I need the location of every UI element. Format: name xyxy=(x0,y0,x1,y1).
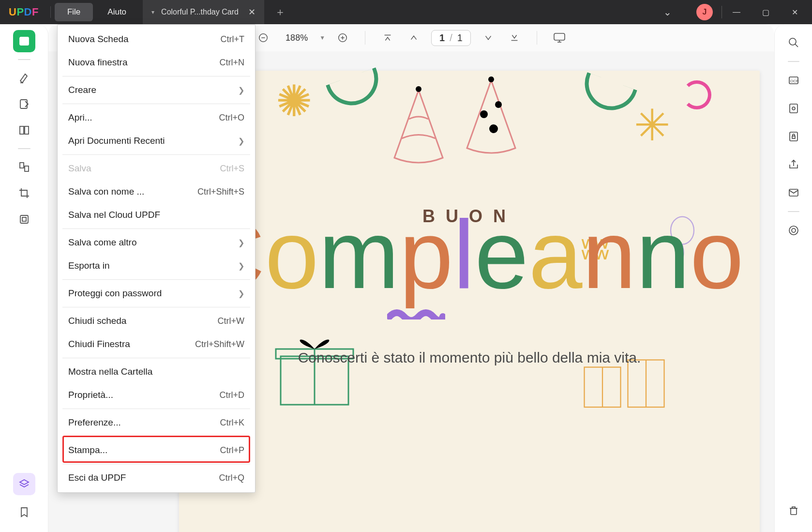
svg-point-35 xyxy=(488,76,494,82)
chevron-right-icon: ❯ xyxy=(238,86,244,95)
menu-item-shortcut: Ctrl+O xyxy=(219,113,244,123)
menu-file[interactable]: File xyxy=(55,3,93,21)
minimize-button[interactable]: — xyxy=(722,0,751,24)
menu-item-shortcut: Ctrl+N xyxy=(219,58,244,68)
search-icon[interactable] xyxy=(784,33,803,52)
tool-pages[interactable] xyxy=(13,119,35,141)
menu-item-shortcut: Ctrl+P xyxy=(220,445,244,456)
svg-rect-10 xyxy=(22,217,26,221)
menu-separator xyxy=(62,154,250,155)
prev-page-button[interactable] xyxy=(405,29,422,46)
page-indicator[interactable]: 1 / 1 xyxy=(431,30,471,46)
svg-point-20 xyxy=(789,226,798,235)
menu-item[interactable]: Creare❯ xyxy=(58,78,255,102)
star-icon: ✳ xyxy=(634,100,670,151)
first-page-button[interactable] xyxy=(379,29,396,46)
menu-item-label: Chiudi scheda xyxy=(68,316,126,326)
menu-item-label: Preferenze... xyxy=(68,417,121,428)
svg-rect-18 xyxy=(792,136,795,138)
menu-item-shortcut: Ctrl+Q xyxy=(219,473,244,483)
right-sidebar: OCR xyxy=(774,24,812,532)
layers-button[interactable] xyxy=(13,473,35,495)
menu-item-shortcut: Ctrl+Shift+S xyxy=(197,187,244,197)
document-page: ✺ ✳ ʬʬ BUON Compleanno Conoscerti è stat… xyxy=(179,71,760,532)
svg-line-12 xyxy=(795,44,798,47)
protect-icon[interactable] xyxy=(784,127,803,146)
menu-separator xyxy=(62,104,250,104)
menu-separator xyxy=(62,307,250,307)
svg-rect-17 xyxy=(790,132,797,141)
svg-point-11 xyxy=(789,38,796,45)
tool-reader[interactable] xyxy=(13,30,35,52)
menu-item[interactable]: Proteggi con password❯ xyxy=(58,282,255,305)
zoom-dropdown-icon[interactable]: ▼ xyxy=(319,34,325,41)
menu-item[interactable]: Apri...Ctrl+O xyxy=(58,106,255,129)
svg-rect-4 xyxy=(20,100,27,108)
svg-rect-9 xyxy=(20,215,28,223)
document-tab[interactable]: ▾ Colorful P...thday Card ✕ xyxy=(143,0,264,24)
menu-separator xyxy=(62,464,250,464)
menu-item[interactable]: Salva come altro❯ xyxy=(58,231,255,254)
menu-item[interactable]: Salva nel Cloud UPDF xyxy=(58,203,255,227)
menu-item[interactable]: Proprietà...Ctrl+D xyxy=(58,383,255,407)
menu-item[interactable]: Stampa...Ctrl+P xyxy=(58,439,255,462)
mail-icon[interactable] xyxy=(784,183,803,202)
trash-icon[interactable] xyxy=(784,501,803,520)
maximize-button[interactable]: ▢ xyxy=(751,0,780,24)
menu-separator xyxy=(62,228,250,229)
user-avatar[interactable]: J xyxy=(696,4,713,20)
share-icon[interactable] xyxy=(784,155,803,174)
menu-item: SalvaCtrl+S xyxy=(58,157,255,180)
separator xyxy=(788,211,799,212)
menu-item[interactable]: Nuova SchedaCtrl+T xyxy=(58,28,255,51)
presentation-button[interactable] xyxy=(551,29,568,46)
menu-separator xyxy=(62,358,250,358)
tab-close-icon[interactable]: ✕ xyxy=(248,7,256,17)
menu-item[interactable]: Preferenze...Ctrl+K xyxy=(58,411,255,434)
menu-item-label: Mostra nella Cartella xyxy=(68,366,152,377)
menu-item-shortcut: Ctrl+W xyxy=(218,316,245,326)
menu-item[interactable]: Mostra nella Cartella xyxy=(58,360,255,383)
chevron-right-icon: ❯ xyxy=(238,261,244,271)
svg-rect-22 xyxy=(791,508,797,515)
total-pages: 1 xyxy=(457,32,463,44)
menu-item[interactable]: Chiudi schedaCtrl+W xyxy=(58,309,255,333)
compress-icon[interactable] xyxy=(784,99,803,118)
svg-point-21 xyxy=(792,228,796,232)
gift-icon xyxy=(271,327,358,410)
menu-separator xyxy=(62,279,250,280)
menu-item-label: Nuova finestra xyxy=(68,57,128,68)
tool-compare[interactable] xyxy=(13,156,35,178)
menu-item[interactable]: Nuova finestraCtrl+N xyxy=(58,51,255,74)
window-controls: ⌄ J — ▢ ✕ xyxy=(653,0,809,24)
menu-item[interactable]: Esci da UPDFCtrl+Q xyxy=(58,466,255,489)
last-page-button[interactable] xyxy=(506,29,523,46)
bookmark-button[interactable] xyxy=(13,501,35,523)
menu-item[interactable]: Salva con nome ...Ctrl+Shift+S xyxy=(58,180,255,203)
chevron-down-icon[interactable]: ⌄ xyxy=(653,0,682,24)
svg-rect-19 xyxy=(789,189,798,196)
zoom-in-button[interactable] xyxy=(334,29,351,46)
svg-point-33 xyxy=(495,101,502,108)
close-window-button[interactable]: ✕ xyxy=(780,0,809,24)
menu-item-label: Stampa... xyxy=(68,445,107,456)
svg-rect-7 xyxy=(20,163,24,168)
chevron-right-icon: ❯ xyxy=(238,137,244,146)
tool-forms[interactable] xyxy=(13,208,35,230)
menu-item[interactable]: Esporta in❯ xyxy=(58,254,255,277)
svg-point-32 xyxy=(480,110,488,118)
save-cloud-icon[interactable] xyxy=(784,221,803,240)
tool-edit-text[interactable] xyxy=(13,93,35,115)
menu-help[interactable]: Aiuto xyxy=(95,3,139,21)
tool-crop[interactable] xyxy=(13,182,35,204)
menu-item[interactable]: Chiudi FinestraCtrl+Shift+W xyxy=(58,333,255,356)
tab-dropdown-icon[interactable]: ▾ xyxy=(151,9,154,15)
zoom-out-button[interactable] xyxy=(255,29,272,46)
menu-item[interactable]: Apri Documenti Recenti❯ xyxy=(58,129,255,152)
next-page-button[interactable] xyxy=(480,29,497,46)
zoom-level: 188% xyxy=(281,33,313,43)
ocr-icon[interactable]: OCR xyxy=(784,71,803,90)
tool-highlight[interactable] xyxy=(13,67,35,89)
new-tab-button[interactable]: ＋ xyxy=(275,5,286,19)
separator xyxy=(18,148,30,149)
